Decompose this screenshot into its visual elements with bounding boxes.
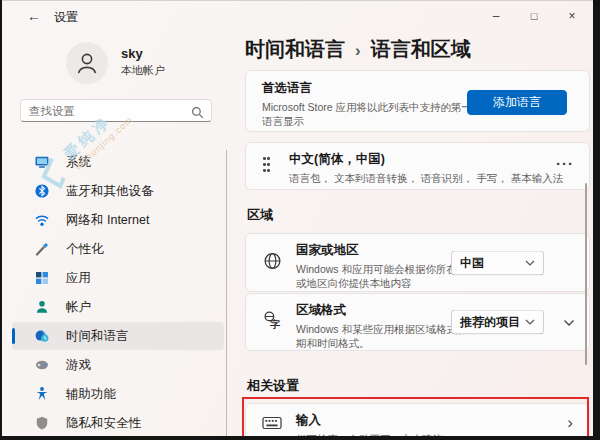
minimize-button[interactable]: – (477, 1, 515, 31)
back-button[interactable]: ← (22, 6, 46, 26)
window-top-edge (0, 0, 600, 1)
typing-title: 输入 (296, 412, 496, 429)
sidebar-item-label: 个性化 (66, 241, 104, 258)
user-account-type: 本地帐户 (121, 63, 165, 78)
sidebar-item-label: 隐私和安全性 (66, 415, 141, 432)
language-item-card[interactable]: 中文(简体，中国) 语言包， 文本到语音转换， 语音识别， 手写， 基本输入法 … (245, 142, 590, 190)
regional-format-card: 字 区域格式 Windows 和某些应用根据区域格式设置日期和时间格式。 推荐的… (245, 293, 590, 351)
country-region-value: 中国 (460, 254, 484, 271)
time-language-icon (34, 328, 50, 344)
sidebar-item-bluetooth-devices[interactable]: 蓝牙和其他设备 (12, 177, 224, 205)
language-item-title: 中文(简体，中国) (289, 151, 549, 168)
globe-icon (262, 251, 282, 274)
bluetooth-icon (34, 183, 50, 199)
sidebar-divider (226, 150, 227, 436)
country-region-card: 国家或地区 Windows 和应用可能会根据你所在的国家或地区向你提供本地内容 … (245, 233, 590, 292)
preferred-languages-title: 首选语言 (262, 80, 484, 97)
country-region-dropdown[interactable]: 中国 (451, 250, 544, 275)
breadcrumb: 时间和语言 › 语言和区域 (245, 36, 471, 63)
selected-accent-bar (12, 328, 15, 344)
add-language-button[interactable]: 添加语言 (467, 90, 567, 115)
sidebar-item-accessibility[interactable]: 辅助功能 (12, 380, 224, 408)
window-right-edge (593, 0, 600, 440)
maximize-button[interactable]: □ (515, 1, 553, 31)
title-bar: ← 设置 – □ × (2, 1, 593, 31)
regional-format-dropdown[interactable]: 推荐的项目 (451, 310, 544, 335)
privacy-icon (34, 415, 50, 431)
system-icon (34, 154, 50, 170)
regional-format-value: 推荐的项目 (460, 314, 520, 331)
user-name: sky (121, 46, 143, 61)
sidebar-item-label: 时间和语言 (66, 328, 129, 345)
sidebar: sky 本地帐户 爱纯净 aichunjing.com (2, 31, 234, 436)
sidebar-item-label: 系统 (66, 154, 91, 171)
sidebar-nav: 系统 蓝牙和其他设备 网络和 Internet (12, 148, 224, 437)
sidebar-item-system[interactable]: 系统 (12, 148, 224, 176)
language-item-description: 语言包， 文本到语音转换， 语音识别， 手写， 基本输入法 (289, 171, 549, 185)
preferred-languages-card: 首选语言 Microsoft Store 应用将以此列表中支持的第一种语言显示 … (245, 70, 590, 132)
drag-handle-icon[interactable] (263, 157, 271, 175)
sidebar-item-label: 蓝牙和其他设备 (66, 183, 154, 200)
window-bottom-edge (0, 436, 600, 440)
typing-card[interactable]: 输入 拼写检查、自动更正、文本建议 › (245, 403, 590, 440)
region-section-header: 区域 (247, 206, 273, 224)
chevron-right-icon: › (567, 413, 573, 433)
sidebar-item-privacy-security[interactable]: 隐私和安全性 (12, 409, 224, 437)
breadcrumb-separator-icon: › (355, 41, 361, 61)
sidebar-item-label: 应用 (66, 270, 91, 287)
sidebar-item-network-internet[interactable]: 网络和 Internet (12, 206, 224, 234)
accounts-icon (34, 299, 50, 315)
scrollbar[interactable] (585, 183, 587, 365)
preferred-languages-description: Microsoft Store 应用将以此列表中支持的第一种语言显示 (262, 100, 484, 128)
search-input[interactable] (29, 101, 189, 120)
window-title: 设置 (54, 9, 78, 26)
sidebar-item-time-language[interactable]: 时间和语言 (12, 322, 224, 350)
related-settings-header: 相关设置 (247, 377, 299, 395)
network-icon (34, 212, 50, 228)
sidebar-item-personalization[interactable]: 个性化 (12, 235, 224, 263)
personalization-icon (34, 241, 50, 257)
sidebar-item-label: 游戏 (66, 357, 91, 374)
chevron-down-icon (525, 259, 535, 266)
search-box (20, 99, 212, 122)
avatar[interactable] (66, 42, 108, 84)
keyboard-icon (262, 415, 282, 435)
person-icon (74, 50, 100, 76)
svg-text:字: 字 (269, 318, 280, 330)
accessibility-icon (34, 386, 50, 402)
main-content: 时间和语言 › 语言和区域 首选语言 Microsoft Store 应用将以此… (245, 30, 590, 437)
search-icon (191, 105, 204, 123)
sidebar-item-apps[interactable]: 应用 (12, 264, 224, 292)
sidebar-item-label: 帐户 (66, 299, 91, 316)
expand-chevron-icon[interactable] (563, 313, 575, 331)
regional-format-icon: 字 (262, 311, 282, 334)
page-title: 语言和区域 (371, 36, 471, 63)
sidebar-item-label: 网络和 Internet (66, 212, 149, 229)
sidebar-item-accounts[interactable]: 帐户 (12, 293, 224, 321)
apps-icon (34, 270, 50, 286)
sidebar-item-gaming[interactable]: 游戏 (12, 351, 224, 379)
breadcrumb-parent[interactable]: 时间和语言 (245, 36, 345, 63)
window-controls: – □ × (477, 1, 591, 31)
sidebar-item-label: 辅助功能 (66, 386, 116, 403)
more-options-icon[interactable]: ··· (556, 155, 574, 172)
gaming-icon (34, 357, 50, 373)
settings-window: ← 设置 – □ × sky 本地帐户 (0, 0, 600, 440)
close-button[interactable]: × (553, 1, 591, 31)
chevron-down-icon (525, 319, 535, 326)
window-left-edge (0, 0, 2, 440)
